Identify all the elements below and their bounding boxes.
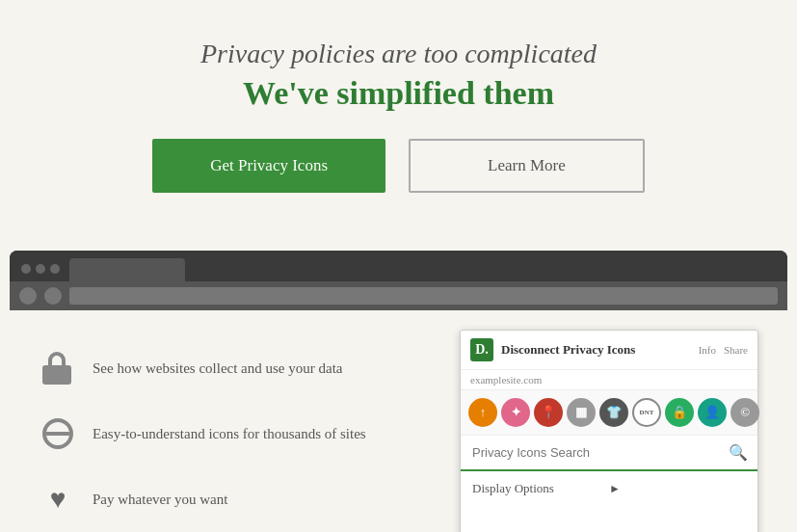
dot-yellow — [36, 264, 45, 274]
search-input[interactable] — [461, 436, 719, 469]
browser-tab — [69, 258, 185, 281]
privacy-icon-1[interactable]: ✦ — [501, 398, 530, 427]
plugin-popup: D. Disconnect Privacy Icons Info Share e… — [460, 330, 758, 532]
popup-search-row[interactable]: 🔍 — [461, 436, 757, 471]
hero-subtitle: Privacy policies are too complicated — [19, 39, 778, 69]
dot-green — [50, 264, 60, 274]
privacy-icon-4[interactable]: 👕 — [599, 398, 628, 427]
privacy-icon-0[interactable]: ↑ — [468, 398, 497, 427]
popup-links: Info Share — [699, 344, 748, 356]
browser-toolbar — [10, 281, 787, 310]
nav-forward-button[interactable] — [44, 287, 62, 305]
privacy-icon-6[interactable]: 👤 — [698, 398, 727, 427]
heart-icon: ♥ — [39, 480, 77, 519]
popup-header: D. Disconnect Privacy Icons Info Share — [461, 331, 757, 370]
feature-item-pay: ♥ Pay whatever you want — [39, 480, 431, 519]
popup-info-link[interactable]: Info — [699, 344, 716, 356]
feature-text-collect: See how websites collect and use your da… — [93, 360, 343, 377]
hero-section: Privacy policies are too complicated We'… — [0, 0, 797, 251]
nav-back-button[interactable] — [19, 287, 37, 305]
browser-dots — [21, 264, 60, 281]
feature-text-icons: Easy-to-understand icons for thousands o… — [93, 426, 366, 442]
get-privacy-icons-button[interactable]: Get Privacy Icons — [152, 139, 385, 193]
popup-logo: D. — [470, 338, 493, 361]
dot-red — [21, 264, 31, 274]
learn-more-button[interactable]: Learn More — [409, 139, 645, 193]
hero-title: We've simplified them — [19, 75, 778, 112]
privacy-icon-7[interactable]: © — [731, 398, 759, 427]
browser-bar — [10, 251, 787, 281]
popup-icons-row: ↑ ✦ 📍 ▦ 👕 DNT 🔒 👤 © — [461, 390, 757, 436]
popup-display-options[interactable]: Display Options ► — [461, 471, 757, 506]
browser-content: See how websites collect and use your da… — [10, 310, 787, 532]
lock-icon — [39, 349, 77, 387]
privacy-icon-3[interactable]: ▦ — [567, 398, 596, 427]
privacy-icon-5[interactable]: 🔒 — [665, 398, 694, 427]
feature-item-collect: See how websites collect and use your da… — [39, 349, 431, 387]
feature-item-icons: Easy-to-understand icons for thousands o… — [39, 414, 431, 453]
circle-icon — [39, 414, 77, 453]
popup-name: Disconnect Privacy Icons — [501, 342, 691, 358]
feature-text-pay: Pay whatever you want — [93, 492, 227, 508]
url-bar[interactable] — [69, 287, 778, 305]
browser-mockup: See how websites collect and use your da… — [10, 251, 787, 532]
privacy-icon-dnt[interactable]: DNT — [632, 398, 661, 427]
search-icon[interactable]: 🔍 — [719, 436, 757, 469]
privacy-icon-2[interactable]: 📍 — [534, 398, 563, 427]
chevron-right-icon: ► — [609, 482, 746, 496]
popup-site: examplesite.com — [461, 370, 757, 390]
features-list: See how websites collect and use your da… — [39, 339, 431, 532]
popup-share-link[interactable]: Share — [724, 344, 748, 356]
display-options-label: Display Options — [472, 481, 609, 496]
button-row: Get Privacy Icons Learn More — [19, 139, 778, 193]
